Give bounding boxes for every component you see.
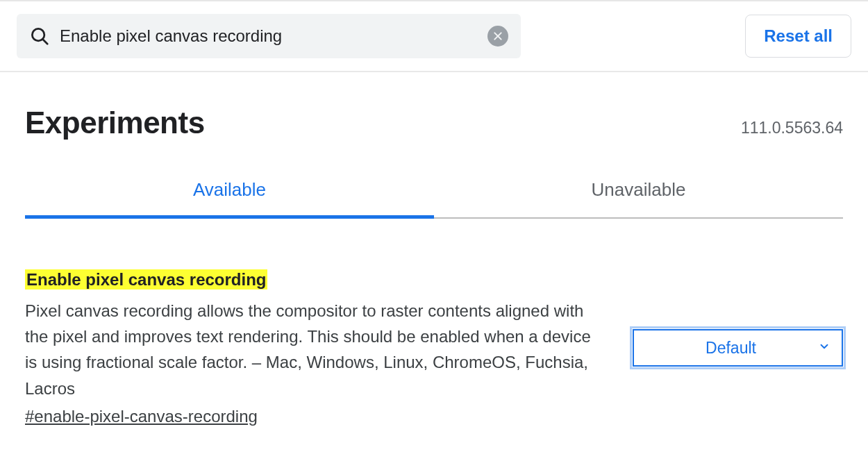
close-icon [492,31,503,42]
tabs: Available Unavailable [25,167,843,219]
svg-line-1 [43,40,48,44]
page-title: Experiments [25,106,205,140]
flag-title: Enable pixel canvas recording [25,269,267,290]
flag-anchor-link[interactable]: #enable-pixel-canvas-recording [25,401,258,426]
tab-available[interactable]: Available [25,167,434,217]
search-input[interactable] [50,26,487,46]
search-box[interactable] [17,14,521,58]
tab-unavailable[interactable]: Unavailable [434,167,843,217]
search-icon [29,26,50,47]
flag-row: Enable pixel canvas recording Pixel canv… [25,219,843,426]
flag-description: Pixel canvas recording allows the compos… [25,290,605,401]
reset-all-button[interactable]: Reset all [745,15,851,58]
version-label: 111.0.5563.64 [741,119,843,137]
flag-state-select[interactable]: Default [633,329,843,367]
title-row: Experiments 111.0.5563.64 [25,72,843,167]
toolbar: Reset all [0,1,868,72]
flag-select-wrap: Default [633,329,843,367]
clear-search-button[interactable] [487,26,508,47]
content: Experiments 111.0.5563.64 Available Unav… [0,72,868,426]
flag-text: Enable pixel canvas recording Pixel canv… [25,270,605,426]
